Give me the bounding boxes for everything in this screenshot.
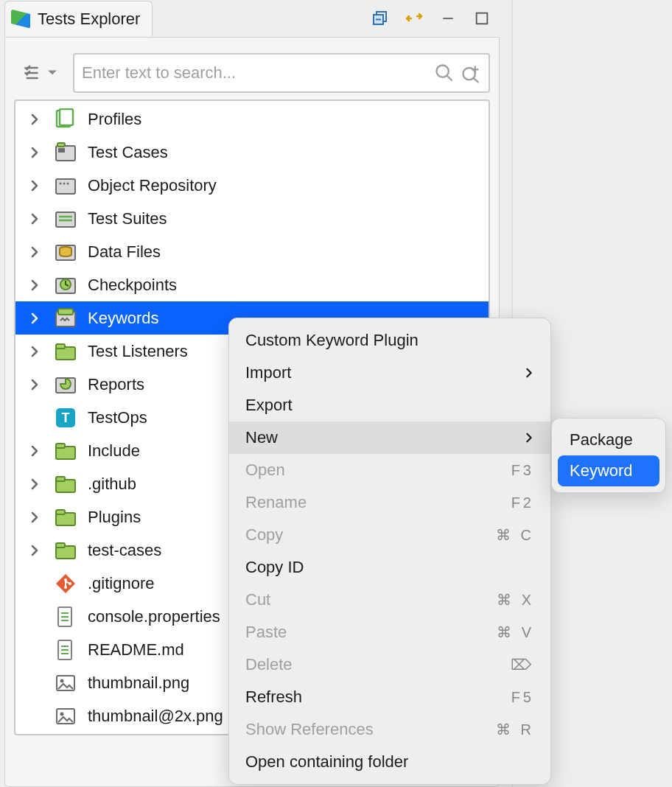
menu-item-label: Cut bbox=[245, 590, 270, 609]
menu-shortcut: F3 bbox=[511, 462, 534, 479]
tree-item-label: Reports bbox=[88, 375, 144, 394]
menu-item-label: Show References bbox=[245, 720, 374, 739]
menu-item-label: Copy ID bbox=[245, 558, 304, 577]
search-icon[interactable] bbox=[431, 60, 458, 86]
menu-item-copy: Copy⌘ C bbox=[229, 519, 550, 551]
menu-item-copy-id[interactable]: Copy ID bbox=[229, 551, 550, 584]
menu-item-label: New bbox=[245, 428, 278, 447]
tree-item-data-files[interactable]: Data Files bbox=[15, 235, 489, 268]
chevron-right-icon[interactable] bbox=[20, 105, 49, 134]
tree-item-label: Plugins bbox=[88, 508, 141, 527]
menu-item-label: Open bbox=[245, 461, 285, 480]
tree-item-label: thumbnail@2x.png bbox=[88, 707, 223, 726]
svg-line-8 bbox=[474, 78, 479, 83]
chevron-right-icon[interactable] bbox=[20, 503, 49, 532]
menu-item-label: Refresh bbox=[245, 688, 302, 707]
folder-icon bbox=[54, 506, 77, 529]
testcase-icon bbox=[54, 141, 77, 164]
menu-item-show-references: Show References⌘ R bbox=[229, 713, 550, 746]
chevron-right-icon[interactable] bbox=[20, 138, 49, 167]
tree-item-checkpoints[interactable]: Checkpoints bbox=[15, 268, 489, 301]
menu-item-new[interactable]: New bbox=[229, 422, 550, 454]
folder-icon bbox=[54, 472, 77, 496]
menu-item-label: Copy bbox=[245, 525, 283, 545]
tree-item-label: test-cases bbox=[88, 541, 161, 560]
menu-item-cut: Cut⌘ X bbox=[229, 584, 550, 616]
chevron-right-icon[interactable] bbox=[20, 337, 49, 366]
menu-item-rename: RenameF2 bbox=[229, 486, 550, 519]
chevron-right-icon[interactable] bbox=[20, 436, 49, 466]
menu-item-export[interactable]: Export bbox=[229, 389, 550, 422]
svg-point-5 bbox=[437, 66, 449, 77]
menu-item-label: Open containing folder bbox=[245, 752, 408, 772]
svg-rect-4 bbox=[477, 13, 488, 24]
tree-item-label: TestOps bbox=[88, 408, 147, 427]
menu-item-label: Custom Keyword Plugin bbox=[245, 331, 419, 350]
collapse-all-icon[interactable] bbox=[370, 9, 391, 28]
tree-item-label: .gitignore bbox=[88, 574, 155, 593]
menu-item-label: Import bbox=[245, 363, 291, 382]
objectrepo-icon bbox=[54, 174, 77, 197]
folder-icon bbox=[54, 539, 77, 562]
filegreen-icon bbox=[54, 638, 77, 662]
maximize-icon[interactable] bbox=[472, 9, 492, 28]
folder-icon bbox=[54, 340, 77, 363]
tree-item-test-suites[interactable]: Test Suites bbox=[15, 202, 489, 235]
menu-item-open: OpenF3 bbox=[229, 454, 550, 486]
folder-icon bbox=[54, 439, 77, 463]
submenu-item-label: Package bbox=[570, 430, 633, 450]
keywords-icon bbox=[54, 307, 77, 330]
menu-item-import[interactable]: Import bbox=[229, 357, 550, 389]
tree-item-object-repository[interactable]: Object Repository bbox=[15, 169, 489, 202]
chevron-right-icon[interactable] bbox=[20, 536, 49, 565]
submenu-item-package[interactable]: Package bbox=[558, 424, 659, 455]
menu-item-custom-keyword-plugin[interactable]: Custom Keyword Plugin bbox=[229, 324, 550, 357]
chevron-right-icon[interactable] bbox=[20, 304, 49, 333]
menu-item-delete: Delete⌦ bbox=[229, 648, 550, 681]
panel-toolbar bbox=[370, 9, 500, 28]
chevron-right-icon[interactable] bbox=[20, 204, 49, 234]
tree-item-label: Include bbox=[88, 441, 140, 461]
save-search-icon[interactable] bbox=[458, 60, 484, 86]
tree-item-test-cases[interactable]: Test Cases bbox=[15, 136, 489, 169]
chevron-right-icon[interactable] bbox=[20, 370, 49, 399]
menu-item-label: Delete bbox=[245, 655, 293, 674]
chevron-right-icon[interactable] bbox=[20, 270, 49, 300]
menu-item-label: Export bbox=[245, 396, 293, 415]
menu-shortcut: F5 bbox=[511, 689, 534, 706]
image-icon bbox=[54, 671, 77, 695]
chevron-right-icon[interactable] bbox=[20, 171, 49, 200]
tab-tests-explorer[interactable]: Tests Explorer bbox=[4, 1, 153, 36]
testsuite-icon bbox=[54, 207, 77, 231]
menu-item-label: Rename bbox=[245, 493, 307, 512]
tree-item-label: .github bbox=[88, 475, 136, 494]
tree-item-label: Checkpoints bbox=[88, 276, 177, 295]
menu-item-refresh[interactable]: RefreshF5 bbox=[229, 681, 550, 713]
menu-item-open-containing-folder[interactable]: Open containing folder bbox=[229, 746, 550, 778]
menu-shortcut: ⌘ X bbox=[497, 591, 534, 609]
menu-shortcut: ⌦ bbox=[511, 656, 534, 674]
profiles-icon bbox=[54, 108, 77, 131]
tree-item-label: console.properties bbox=[88, 607, 220, 626]
link-with-editor-icon[interactable] bbox=[404, 9, 424, 28]
submenu-item-keyword[interactable]: Keyword bbox=[558, 455, 659, 486]
tree-item-label: Test Suites bbox=[88, 209, 167, 228]
app-logo-icon bbox=[11, 10, 30, 29]
minimize-icon[interactable] bbox=[438, 9, 458, 28]
tab-title: Tests Explorer bbox=[38, 10, 140, 29]
search-box bbox=[73, 53, 490, 93]
chevron-right-icon[interactable] bbox=[20, 469, 49, 499]
tree-item-label: Object Repository bbox=[88, 176, 217, 195]
filter-dropdown-button[interactable] bbox=[14, 53, 67, 93]
tree-item-profiles[interactable]: Profiles bbox=[15, 102, 489, 136]
search-input[interactable] bbox=[80, 63, 431, 83]
tree-item-label: README.md bbox=[88, 640, 184, 660]
context-menu: Custom Keyword PluginImportExportNewOpen… bbox=[228, 318, 551, 785]
tree-item-label: Keywords bbox=[88, 309, 159, 328]
submenu-item-label: Keyword bbox=[570, 461, 633, 480]
svg-line-6 bbox=[447, 76, 452, 81]
filegreen-icon bbox=[54, 605, 77, 629]
tree-item-label: Test Listeners bbox=[88, 342, 188, 361]
chevron-right-icon[interactable] bbox=[20, 237, 49, 267]
menu-item-paste: Paste⌘ V bbox=[229, 616, 550, 648]
